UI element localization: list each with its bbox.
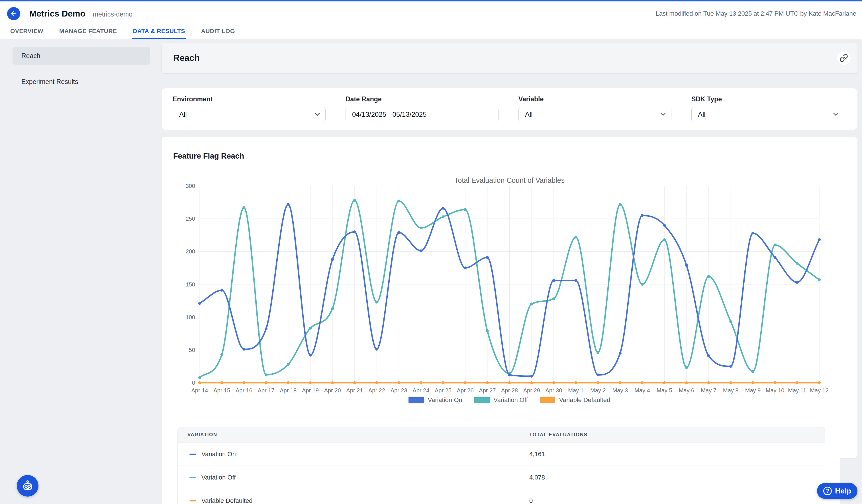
data-point: [243, 348, 245, 351]
question-mark-icon: ?: [823, 487, 832, 495]
robot-icon: [21, 479, 34, 492]
data-point: [198, 376, 201, 379]
data-point: [619, 203, 622, 206]
x-tick-label: Apr 18: [280, 387, 297, 394]
y-tick-label: 250: [186, 215, 195, 222]
x-tick-label: Apr 24: [413, 387, 429, 394]
total-evaluations-value: 4,161: [529, 450, 545, 458]
data-point: [309, 381, 312, 384]
data-point: [287, 203, 290, 206]
data-point: [331, 258, 334, 261]
data-point: [198, 381, 201, 384]
sdk-type-value: All: [698, 110, 706, 118]
data-point: [796, 262, 798, 265]
table-header-row: VARIATION TOTAL EVALUATIONS: [178, 427, 825, 442]
variable-select[interactable]: All: [519, 107, 671, 122]
filter-label: Date Range: [345, 95, 498, 103]
x-tick-label: Apr 27: [479, 387, 496, 394]
data-point: [641, 283, 644, 286]
tab-manage-feature[interactable]: MANAGE FEATURE: [59, 26, 117, 39]
data-point: [685, 366, 688, 369]
data-point: [198, 302, 201, 305]
x-tick-label: May 8: [723, 387, 739, 394]
data-point: [729, 365, 732, 368]
data-point: [375, 381, 378, 384]
filter-sdk-type: SDK Type All: [691, 95, 844, 130]
data-point: [397, 200, 400, 202]
data-point: [597, 381, 599, 384]
data-point: [729, 381, 732, 384]
sidebar-item-reach[interactable]: Reach: [13, 47, 150, 65]
filter-variable: Variable All: [519, 95, 671, 130]
data-point: [818, 238, 821, 241]
x-tick-label: May 11: [788, 387, 806, 394]
x-tick-label: May 9: [745, 387, 761, 394]
data-point: [530, 381, 533, 384]
data-point: [265, 328, 267, 330]
data-point: [796, 381, 798, 384]
data-point: [331, 307, 334, 310]
data-point: [575, 279, 577, 282]
tab-data-results[interactable]: DATA & RESULTS: [132, 26, 185, 39]
data-point: [353, 381, 356, 384]
data-point: [663, 224, 666, 227]
chevron-down-icon: [314, 111, 319, 116]
variation-cell: Variation On: [178, 450, 529, 458]
column-header-total-evaluations: TOTAL EVALUATIONS: [529, 432, 587, 438]
feature-key: metrics-demo: [93, 11, 132, 18]
x-tick-label: Apr 16: [236, 387, 252, 394]
data-point: [552, 381, 555, 384]
assistant-button[interactable]: [17, 475, 38, 496]
data-point: [818, 381, 821, 384]
data-point: [442, 207, 445, 210]
total-evaluations-value: 0: [529, 497, 533, 504]
data-point: [707, 355, 710, 357]
data-point: [243, 206, 245, 209]
column-header-variation: VARIATION: [178, 432, 529, 438]
data-point: [375, 301, 378, 304]
copy-link-button[interactable]: [837, 51, 851, 65]
data-point: [774, 243, 776, 246]
data-point: [397, 381, 400, 384]
data-point: [287, 381, 290, 384]
date-range-input[interactable]: 04/13/2025 - 05/13/2025: [345, 107, 498, 122]
x-tick-label: May 4: [635, 387, 650, 394]
y-tick-label: 100: [186, 314, 195, 320]
data-point: [464, 266, 467, 269]
tab-audit-log[interactable]: AUDIT LOG: [200, 26, 236, 39]
legend-item-variation-on[interactable]: Variation On: [408, 396, 462, 404]
data-point: [353, 230, 356, 233]
y-tick-label: 50: [189, 347, 195, 353]
tab-bar: OVERVIEW MANAGE FEATURE DATA & RESULTS A…: [0, 26, 862, 39]
variable-value: All: [525, 110, 533, 118]
x-tick-label: May 5: [657, 387, 672, 394]
variation-cell: Variable Defaulted: [178, 497, 529, 504]
legend-item-variation-off[interactable]: Variation Off: [474, 396, 528, 404]
legend-item-variable-defaulted[interactable]: Variable Defaulted: [540, 396, 610, 404]
sdk-type-select[interactable]: All: [691, 107, 844, 122]
data-point: [397, 231, 400, 234]
x-tick-label: May 6: [679, 387, 694, 394]
x-tick-label: Apr 22: [368, 387, 385, 394]
chevron-down-icon: [833, 111, 838, 116]
sidebar-item-experiment-results[interactable]: Experiment Results: [13, 73, 150, 91]
tab-overview[interactable]: OVERVIEW: [10, 26, 44, 39]
data-point: [774, 381, 776, 384]
x-tick-label: May 7: [701, 387, 716, 394]
help-button[interactable]: ? Help: [817, 483, 858, 499]
x-tick-label: Apr 25: [435, 387, 452, 394]
data-point: [707, 275, 710, 278]
data-point: [221, 353, 223, 356]
data-point: [309, 354, 312, 357]
data-point: [752, 370, 754, 373]
data-point: [796, 281, 798, 284]
environment-select[interactable]: All: [173, 107, 326, 122]
x-tick-label: Apr 15: [213, 387, 230, 394]
filter-label: Environment: [173, 95, 326, 103]
data-point: [464, 381, 467, 384]
y-tick-label: 150: [186, 281, 195, 288]
back-button[interactable]: [7, 7, 20, 20]
environment-value: All: [179, 110, 187, 118]
x-tick-label: May 2: [590, 387, 605, 394]
data-point: [729, 320, 732, 323]
